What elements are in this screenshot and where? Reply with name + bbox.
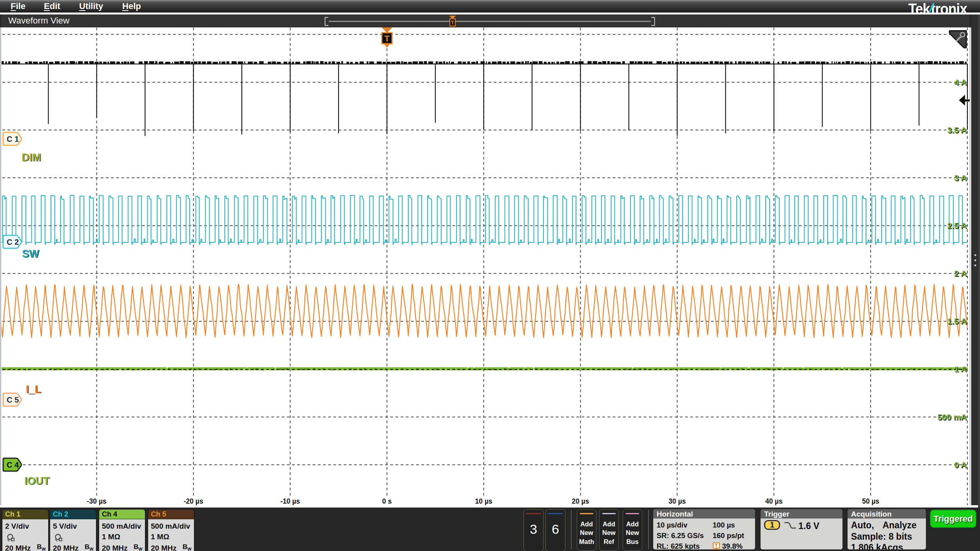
svg-text:1.5 A: 1.5 A [947,316,967,325]
svg-text:0 A: 0 A [954,460,967,469]
svg-text:-20 µs: -20 µs [184,497,203,505]
svg-text:T: T [715,543,718,549]
svg-text:I_L: I_L [26,383,41,395]
svg-text:Waveform View: Waveform View [8,16,70,25]
svg-text:SW: SW [22,248,39,260]
svg-text:20 µs: 20 µs [572,497,589,505]
svg-text:IOUT: IOUT [24,475,50,487]
svg-text:C 1: C 1 [7,135,19,143]
svg-text:T: T [384,34,390,43]
svg-text:-30 µs: -30 µs [87,497,107,505]
svg-text:1: 1 [770,520,774,529]
svg-text:DIM: DIM [22,152,41,163]
svg-text:-10 µs: -10 µs [281,497,300,505]
svg-text:0 s: 0 s [382,497,392,505]
svg-text:50 µs: 50 µs [862,497,879,505]
svg-text:10 µs: 10 µs [475,497,492,505]
svg-text:30 µs: 30 µs [668,497,686,505]
svg-text:1 A: 1 A [954,365,967,374]
svg-text:C 2: C 2 [7,238,19,246]
svg-text:2 A: 2 A [954,269,967,278]
svg-text:C 5: C 5 [7,396,19,404]
svg-text:40 µs: 40 µs [765,497,783,505]
svg-text:T: T [451,20,455,26]
svg-text:3.5 A: 3.5 A [947,125,967,134]
svg-text:3 A: 3 A [954,173,967,182]
svg-text:C 4: C 4 [7,461,19,469]
svg-text:500 mA: 500 mA [937,412,967,421]
svg-text:2.5 A: 2.5 A [947,221,967,230]
svg-text:4 A: 4 A [954,78,967,87]
